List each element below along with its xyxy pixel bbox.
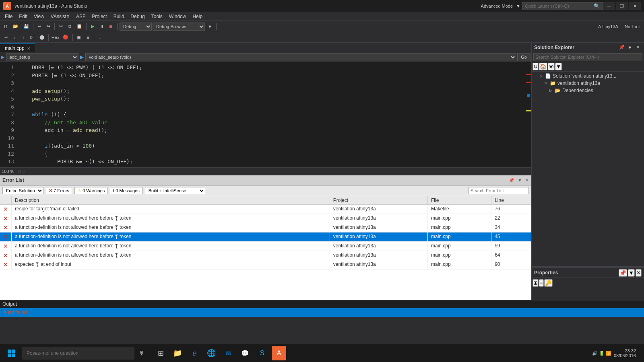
taskbar-search-input[interactable] bbox=[22, 347, 134, 360]
stop-button[interactable]: ⏹ bbox=[107, 23, 115, 31]
table-row[interactable]: ✕ a function-definition is not allowed h… bbox=[0, 251, 531, 260]
prop-sort-btn[interactable]: ≡ bbox=[539, 279, 544, 287]
table-row[interactable]: ✕ a function-definition is not allowed h… bbox=[0, 241, 531, 251]
se-search-input[interactable] bbox=[533, 53, 642, 61]
menu-file[interactable]: File bbox=[2, 13, 16, 20]
table-row[interactable]: ✕ recipe for target 'main.o' failed vent… bbox=[0, 204, 531, 214]
redo-button[interactable]: ↪ bbox=[44, 23, 52, 31]
error-list-header: Error List 📌 ▼ ✕ bbox=[0, 175, 531, 186]
undo-button[interactable]: ↩ bbox=[35, 23, 43, 31]
error-project-cell: ventilation attiny13a bbox=[330, 260, 427, 269]
run-to-cursor[interactable]: ▷| bbox=[28, 33, 37, 41]
table-row[interactable]: ✕ a function-definition is not allowed h… bbox=[0, 232, 531, 241]
step-over-button[interactable]: ⤻ bbox=[2, 33, 10, 41]
menu-vassistx[interactable]: VAssistX bbox=[47, 13, 73, 20]
menu-build[interactable]: Build bbox=[110, 13, 128, 20]
se-pin-button[interactable]: 📌 bbox=[618, 44, 625, 51]
more-debug[interactable]: … bbox=[96, 33, 105, 41]
build-button[interactable]: ▶ bbox=[89, 23, 97, 31]
device-label[interactable]: ATtiny13A bbox=[595, 23, 621, 31]
memory-btn[interactable]: ▣ bbox=[75, 33, 83, 41]
show-desktop-button[interactable] bbox=[638, 345, 641, 361]
ep-more-button[interactable]: ▼ bbox=[518, 178, 522, 183]
chrome-app[interactable]: 🌐 bbox=[204, 346, 219, 360]
prop-close-button[interactable]: ✕ bbox=[636, 269, 642, 277]
toolbar-more[interactable]: ▼ bbox=[206, 23, 214, 31]
col-description[interactable]: Description bbox=[12, 196, 330, 205]
hex-toggle[interactable]: 🔴 bbox=[61, 33, 70, 41]
prop-more-button[interactable]: ▼ bbox=[628, 269, 635, 277]
menu-debug[interactable]: Debug bbox=[127, 13, 148, 20]
table-row[interactable]: ✕ expected '}' at end of input ventilati… bbox=[0, 260, 531, 269]
editor-tab-main[interactable]: main.cpp ✕ bbox=[0, 43, 35, 52]
config-dropdown[interactable]: Debug bbox=[120, 23, 152, 31]
prop-filter-btn[interactable]: 🔑 bbox=[544, 279, 553, 287]
code-editor[interactable]: DDRB |= (1 << PWM) | (1 << ON_OFF); PORT… bbox=[16, 62, 526, 167]
menu-window[interactable]: Window bbox=[166, 13, 190, 20]
debug-browser-dropdown[interactable]: Debug Browser bbox=[153, 23, 205, 31]
se-close-button[interactable]: ✕ bbox=[634, 44, 642, 51]
tree-deps[interactable]: ▷ 📂 Dependencies bbox=[532, 87, 644, 94]
quick-launch-input[interactable] bbox=[522, 2, 603, 10]
step-out-button[interactable]: ↑ bbox=[19, 33, 27, 41]
skype-app[interactable]: S bbox=[255, 346, 269, 360]
se-show-all-button[interactable]: 👁 bbox=[548, 63, 555, 70]
menu-asf[interactable]: ASF bbox=[73, 13, 89, 20]
file-explorer-app[interactable]: 📁 bbox=[170, 346, 185, 360]
messenger-app[interactable]: 💬 bbox=[238, 346, 252, 360]
notool-label[interactable]: No Tool bbox=[622, 23, 642, 31]
tree-solution[interactable]: ▷ 📄 Solution 'ventilation attiny13... bbox=[532, 72, 644, 80]
prop-pin-button[interactable]: 📌 bbox=[619, 269, 627, 277]
toggle-bp[interactable]: ⬤ bbox=[37, 33, 46, 41]
function-dropdown[interactable]: adc_setup bbox=[6, 53, 78, 61]
scrollbar-area[interactable]: ◁ ▷ bbox=[17, 169, 25, 174]
new-project-button[interactable]: 🗋 bbox=[2, 23, 10, 31]
restore-button[interactable]: ❐ bbox=[616, 2, 628, 10]
mail-app[interactable]: ✉ bbox=[221, 346, 235, 360]
build-intellisense-dropdown[interactable]: Build + IntelliSense bbox=[145, 187, 205, 194]
se-filter-button[interactable]: ▼ bbox=[555, 63, 562, 70]
tab-close-button[interactable]: ✕ bbox=[27, 46, 30, 51]
close-button[interactable]: ✕ bbox=[629, 2, 641, 10]
start-button[interactable] bbox=[3, 345, 19, 361]
col-line[interactable]: Line bbox=[491, 196, 531, 205]
col-project[interactable]: Project bbox=[330, 196, 427, 205]
scroll-markers[interactable] bbox=[526, 62, 531, 167]
ie-app[interactable]: ℯ bbox=[187, 346, 202, 360]
menu-edit[interactable]: Edit bbox=[16, 13, 31, 20]
messages-filter-button[interactable]: ℹ 0 Messages bbox=[110, 187, 142, 194]
errors-filter-button[interactable]: ✕ 7 Errors bbox=[46, 187, 72, 194]
warnings-filter-button[interactable]: ⚠ 0 Warnings bbox=[74, 187, 107, 194]
go-button[interactable]: Go bbox=[517, 53, 530, 61]
se-refresh-button[interactable]: ↻ bbox=[533, 63, 539, 70]
ep-pin-button[interactable]: 📌 bbox=[509, 178, 514, 183]
table-row[interactable]: ✕ a function-definition is not allowed h… bbox=[0, 214, 531, 223]
save-button[interactable]: 💾 bbox=[21, 23, 31, 31]
prop-view-btn[interactable]: ⊞ bbox=[533, 279, 539, 287]
minimize-button[interactable]: ─ bbox=[603, 2, 615, 10]
pause-button[interactable]: ⏸ bbox=[97, 23, 106, 31]
open-file-button[interactable]: 📂 bbox=[11, 23, 21, 31]
error-project-cell: ventilation attiny13a bbox=[330, 204, 427, 214]
tree-project[interactable]: ▽ 📁 ventilation attiny13a bbox=[532, 80, 644, 87]
disasm-btn[interactable]: ≡ bbox=[84, 33, 92, 41]
menu-help[interactable]: Help bbox=[189, 13, 206, 20]
error-search-input[interactable] bbox=[469, 187, 529, 194]
error-icon-cell: ✕ bbox=[0, 260, 12, 269]
menu-project[interactable]: Project bbox=[89, 13, 110, 20]
step-into-button[interactable]: ↓ bbox=[10, 33, 19, 41]
menu-view[interactable]: View bbox=[31, 13, 47, 20]
se-more-button[interactable]: ▼ bbox=[626, 44, 634, 51]
signature-dropdown[interactable]: void adc_setup (void) bbox=[85, 53, 516, 61]
scope-dropdown[interactable]: Entire Solution bbox=[2, 187, 43, 194]
ep-close-button[interactable]: ✕ bbox=[525, 178, 529, 183]
se-home-button[interactable]: 🏠 bbox=[539, 63, 547, 70]
atmel-taskbar-app[interactable]: A bbox=[272, 346, 286, 360]
cut-button[interactable]: ✂ bbox=[57, 23, 65, 31]
col-file[interactable]: File bbox=[428, 196, 491, 205]
copy-button[interactable]: ⧉ bbox=[66, 23, 74, 31]
paste-button[interactable]: 📋 bbox=[74, 23, 84, 31]
menu-tools[interactable]: Tools bbox=[148, 13, 166, 20]
table-row[interactable]: ✕ a function-definition is not allowed h… bbox=[0, 223, 531, 232]
task-view-button[interactable]: ⊞ bbox=[153, 346, 168, 360]
